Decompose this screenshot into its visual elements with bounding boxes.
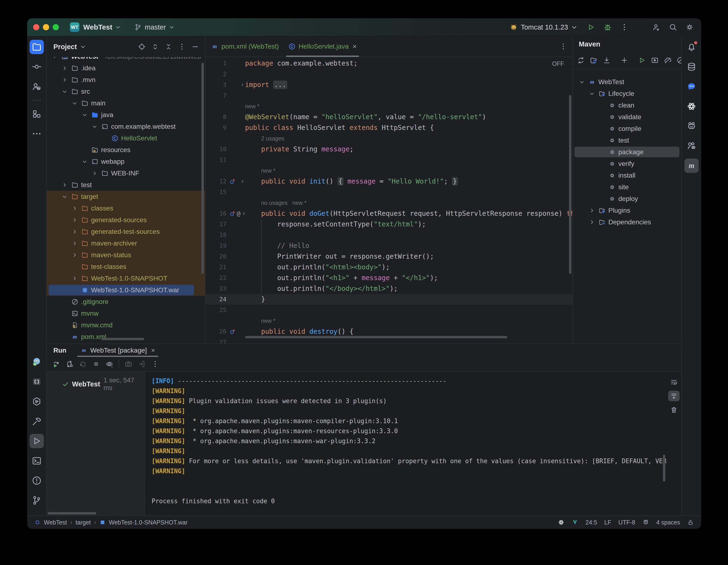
chevron-down-icon[interactable] [61, 193, 69, 200]
tree-item-webtest-1.0-snapshot[interactable]: WebTest-1.0-SNAPSHOT [47, 272, 205, 284]
structure-icon[interactable] [31, 109, 42, 119]
console-button-scroll-to-end[interactable] [668, 391, 680, 401]
zoom-window-button[interactable] [53, 24, 59, 30]
chevron-right-icon[interactable] [61, 76, 69, 83]
tree-item-maven-status[interactable]: maven-status [47, 249, 205, 261]
archive-icon[interactable] [99, 519, 106, 525]
kebab-icon[interactable] [620, 23, 629, 31]
kebab-icon[interactable] [151, 360, 159, 368]
project-selector[interactable]: WebTest [79, 23, 122, 31]
chevron-down-icon[interactable] [51, 57, 59, 60]
folder-deps-icon[interactable] [599, 219, 606, 226]
mascot-icon[interactable] [31, 357, 42, 367]
chevron-right-icon[interactable] [61, 65, 69, 72]
folder-icon[interactable] [71, 88, 78, 95]
folder-gear-icon[interactable] [599, 207, 606, 214]
close-icon[interactable]: × [353, 42, 357, 51]
maven-icon[interactable]: m [211, 43, 218, 50]
tool-strip-button-build[interactable] [30, 414, 44, 428]
status-caret-position[interactable]: 24:5 [585, 519, 597, 526]
tree-item-com.example.webtest[interactable]: com.example.webtest [47, 121, 205, 132]
chevron-down-icon[interactable] [61, 88, 69, 95]
override-marker-icon[interactable] [229, 178, 236, 185]
plus-icon[interactable] [620, 56, 628, 64]
folder-icon[interactable] [71, 76, 78, 83]
breadcrumb-item-webtest[interactable]: WebTest [34, 519, 67, 526]
tool-strip-button-help-community[interactable]: ? [30, 79, 44, 94]
search-icon[interactable] [669, 23, 677, 31]
chevron-down-icon[interactable] [81, 111, 89, 118]
folder-excluded-icon[interactable] [81, 252, 88, 259]
tree-item-.mvn[interactable]: .mvn [47, 74, 205, 86]
maven-tree[interactable]: mWebTestLifecyclecleanvalidatecompiletes… [573, 69, 681, 344]
breadcrumb-item-target[interactable]: target [76, 519, 91, 526]
tree-item-test-classes[interactable]: test-classes [47, 261, 205, 272]
folder-icon[interactable] [71, 65, 78, 72]
bell-icon[interactable] [686, 42, 697, 52]
tree-item-webapp[interactable]: webapp [47, 156, 205, 167]
tree-item-src[interactable]: src [47, 86, 205, 97]
run-tab-webtest-package[interactable]: m WebTest [package] × [77, 344, 159, 357]
tool-strip-button-more-tools[interactable] [30, 127, 44, 141]
folder-gear-icon[interactable] [599, 90, 606, 97]
openai-icon[interactable] [686, 101, 697, 112]
tree-item-maven-archiver[interactable]: maven-archiver [47, 237, 205, 249]
download-icon[interactable] [603, 56, 611, 64]
trash-icon[interactable] [670, 406, 678, 414]
override-marker-icon[interactable] [229, 328, 236, 335]
tool-strip-button-maven[interactable]: m [684, 159, 699, 173]
tool-strip-button-commit[interactable] [30, 60, 44, 74]
terminal-file-icon[interactable] [71, 310, 78, 317]
cloud-off-icon[interactable] [664, 56, 672, 64]
package-icon[interactable] [101, 123, 108, 130]
chevron-down-icon[interactable] [71, 100, 79, 107]
gear-icon[interactable] [609, 149, 616, 156]
ignore-icon[interactable] [677, 56, 681, 64]
chevron-right-icon[interactable] [71, 252, 79, 259]
tree-item-java[interactable]: java [47, 109, 205, 121]
close-window-button[interactable] [33, 24, 39, 30]
folder-excluded-icon[interactable] [81, 275, 88, 282]
kebab-icon[interactable] [559, 42, 567, 51]
debug-icon[interactable] [603, 23, 612, 31]
minimize-window-button[interactable] [43, 24, 49, 30]
class-icon[interactable]: C [111, 135, 118, 142]
folder-excluded-icon[interactable] [81, 228, 88, 235]
folder-excluded-icon[interactable] [81, 205, 88, 212]
brackets-icon[interactable] [31, 376, 42, 387]
run-configuration-selector[interactable]: Tomcat 10.1.23 [509, 23, 579, 31]
breadcrumb-item-webtest-1.0-snapshot.war[interactable]: WebTest-1.0-SNAPSHOT.war [99, 519, 188, 526]
gear-icon[interactable] [609, 195, 616, 202]
run-tree[interactable]: WebTest 1 sec, 547 ms [47, 372, 145, 515]
tree-item-classes[interactable]: classes [47, 202, 205, 214]
chevron-down-icon[interactable] [79, 43, 87, 51]
warning-circle-icon[interactable] [31, 475, 42, 486]
project-tree[interactable]: WebTest~/Desktop/CS/JavaEE/1JavaWeb.idea… [47, 57, 205, 344]
folder-icon[interactable] [81, 100, 88, 107]
tree-item-webtest-1.0-snapshot.war[interactable]: WebTest-1.0-SNAPSHOT.war [47, 284, 205, 296]
project-sq-icon[interactable] [34, 519, 41, 525]
v-logo-icon[interactable] [572, 519, 578, 526]
ignore-icon[interactable] [71, 298, 78, 305]
chevron-down-icon[interactable] [578, 78, 586, 86]
commit-icon[interactable] [31, 62, 42, 72]
tree-item-compile[interactable]: compile [573, 123, 681, 134]
tree-item-package[interactable]: package [573, 146, 681, 158]
tree-item-web-inf[interactable]: WEB-INF [47, 167, 205, 179]
branch-icon[interactable] [31, 495, 42, 506]
editor-tab-helloservlet.java[interactable]: CHelloServlet.java× [284, 36, 362, 57]
kebab-icon[interactable] [178, 43, 186, 51]
tree-item-plugins[interactable]: Plugins [573, 205, 681, 216]
annotation-marker-icon[interactable]: @ [237, 210, 241, 217]
database-icon[interactable] [686, 62, 697, 72]
chevron-right-icon[interactable] [71, 275, 79, 282]
tool-strip-button-database[interactable] [684, 60, 699, 74]
tree-item-helloservlet[interactable]: CHelloServlet [47, 132, 205, 144]
scrolldown-icon[interactable] [670, 392, 678, 400]
folder-excluded-icon[interactable] [81, 216, 88, 224]
branch-selector[interactable]: master [134, 23, 175, 31]
folder-excluded-icon[interactable] [71, 193, 78, 200]
tree-item-webtest[interactable]: WebTest~/Desktop/CS/JavaEE/1JavaWeb [47, 57, 205, 62]
tree-item-target[interactable]: target [47, 191, 205, 202]
minimize-icon[interactable] [191, 43, 199, 51]
